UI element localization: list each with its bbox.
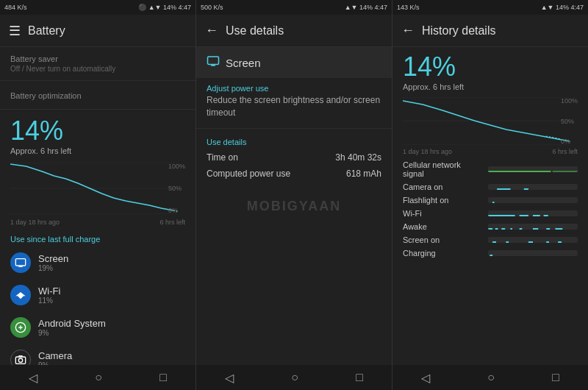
cellular-label: Cellular network signal [403,160,484,178]
battery-saver-label: Battery saver [10,54,185,63]
recents-nav-1[interactable]: □ [145,368,182,387]
app-row-wifi[interactable]: Wi-Fi 11% [0,279,196,311]
time-on-label: Time on [207,152,238,163]
svg-rect-23 [533,215,540,216]
svg-rect-34 [506,241,509,243]
flashlight-on-label: Flashlight on [403,196,484,205]
history-row-awake: Awake [392,220,588,233]
use-details-panel: ← Use details Screen Adjust power use Re… [196,15,392,365]
svg-rect-29 [520,228,523,230]
app-row-camera[interactable]: Camera 9% [0,344,196,365]
recents-nav-2[interactable]: □ [341,368,378,387]
screen-app-icon [10,252,31,273]
camera-app-icon [10,350,31,365]
screen-on-label: Screen on [403,235,484,244]
status-speed-3: 143 K/s [397,4,420,11]
camera-app-name: Camera [38,350,72,361]
svg-rect-19 [524,188,528,190]
history-y-0: 0% [561,138,578,145]
use-since-label: Use since last full charge [0,230,196,247]
battery-panel-title: Battery [28,24,65,38]
home-nav-2[interactable]: ○ [276,368,313,387]
svg-rect-20 [492,202,494,203]
recents-nav-3[interactable]: □ [537,368,574,387]
screen-app-info: Screen 19% [38,253,68,272]
battery-saver-section[interactable]: Battery saver Off / Never turn on automa… [0,47,196,77]
nav-bar-panel2: ◁ ○ □ [196,365,392,390]
computed-power-row: Computed power use 618 mAh [196,166,392,182]
app-row-screen[interactable]: Screen 19% [0,247,196,279]
back-nav-2[interactable]: ◁ [210,368,248,388]
back-icon-panel3[interactable]: ← [401,23,415,38]
history-x-start: 1 day 18 hrs ago [403,148,452,155]
status-speed-2: 500 K/s [201,4,223,11]
battery-percentage: 14% [0,113,196,146]
use-details-header: ← Use details [196,15,392,47]
svg-rect-32 [556,228,563,230]
status-icons-3: ▲▼ 14% 4:47 [541,4,584,11]
svg-rect-33 [492,241,496,243]
history-approx: Approx. 6 hrs left [392,82,588,94]
use-details-title: Use details [226,24,284,38]
svg-rect-27 [501,228,505,230]
home-nav-1[interactable]: ○ [80,368,117,387]
battery-chart-svg [10,163,185,214]
screen-detail-title: Screen [226,57,261,69]
history-percentage: 14% [392,47,588,82]
history-y-100: 100% [561,97,578,104]
screen-detail-item[interactable]: Screen [196,47,392,78]
screen-app-pct: 19% [38,264,68,272]
svg-rect-36 [546,241,549,243]
chart-y-labels: 100% 50% 0% [168,163,185,214]
svg-rect-10 [208,57,219,65]
awake-bar [488,224,578,230]
history-row-wifi: Wi-Fi [392,207,588,220]
computed-power-value: 618 mAh [346,169,381,179]
app-row-android[interactable]: Android System 9% [0,311,196,344]
back-icon-panel2[interactable]: ← [205,23,218,38]
status-bar-panel1: 484 K/s ⚫ ▲▼ 14% 4:47 [0,0,196,15]
wifi-app-pct: 11% [38,297,60,305]
nav-bar-panel1: ◁ ○ □ [0,365,196,390]
use-details-sub-label: Use details [196,132,392,149]
svg-rect-31 [546,228,550,230]
history-details-header: ← History details [392,15,588,47]
battery-optimization-section[interactable]: Battery optimization [0,84,196,106]
svg-point-9 [18,358,22,362]
screen-on-bar [488,237,578,243]
svg-rect-21 [488,215,515,216]
hamburger-icon[interactable]: ☰ [9,23,21,39]
status-bar-panel2: 500 K/s ▲▼ 14% 4:47 [196,0,392,15]
back-nav-3[interactable]: ◁ [406,368,445,388]
camera-on-label: Camera on [403,182,484,191]
android-app-icon [10,317,31,338]
nav-bar-row: ◁ ○ □ ◁ ○ □ ◁ ○ □ [0,365,588,390]
status-icons-1: ⚫ ▲▼ 14% 4:47 [138,4,191,11]
svg-rect-30 [533,228,538,230]
nav-bar-panel3: ◁ ○ □ [392,365,588,390]
svg-rect-25 [488,228,492,230]
chart-x-start: 1 day 18 hrs ago [10,219,60,226]
chart-y-100: 100% [168,163,185,170]
history-y-labels: 100% 50% 0% [561,97,578,145]
history-details-content: 14% Approx. 6 hrs left 100% 50% 0% 1 day… [392,47,588,365]
camera-app-info: Camera 9% [38,350,72,365]
charging-bar [488,250,578,256]
back-nav-1[interactable]: ◁ [14,368,52,388]
history-details-panel: ← History details 14% Approx. 6 hrs left… [392,15,588,365]
android-app-info: Android System 9% [38,318,106,337]
screen-detail-icon [207,54,220,71]
status-speed-1: 484 K/s [4,4,27,11]
screen-app-name: Screen [38,253,68,264]
history-chart-svg [403,97,578,145]
screen-detail-icon-title: Screen [207,54,381,71]
battery-icon-1: 14% 4:47 [163,4,191,11]
time-on-row: Time on 3h 40m 32s [196,149,392,166]
history-x-end: 6 hrs left [552,148,578,155]
charging-label: Charging [403,249,484,258]
svg-rect-28 [511,228,512,230]
chart-x-labels: 1 day 18 hrs ago 6 hrs left [0,219,196,226]
battery-chart: 100% 50% 0% [10,163,185,214]
history-row-cellular: Cellular network signal [392,158,588,180]
home-nav-3[interactable]: ○ [473,368,509,387]
